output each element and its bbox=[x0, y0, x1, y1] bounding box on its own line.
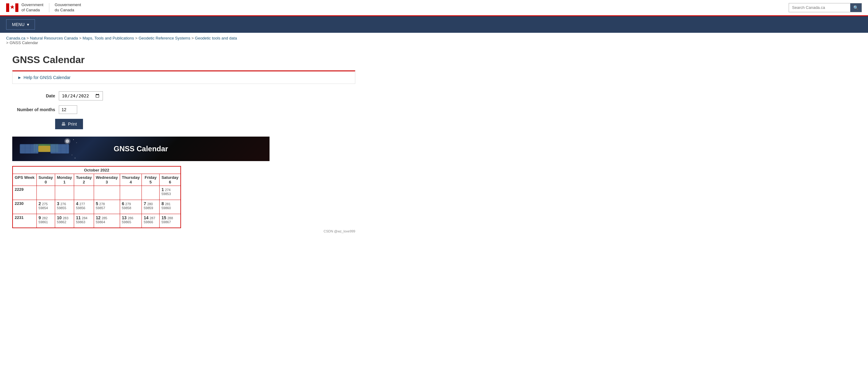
menu-button[interactable]: MENU ▾ bbox=[6, 19, 35, 30]
svg-point-22 bbox=[73, 139, 74, 140]
calendar-header-row: GPS Week Sunday 0 Monday 1 Tuesday 2 Wed… bbox=[12, 174, 181, 186]
calendar-table: October 2022 GPS Week Sunday 0 Monday 1 … bbox=[12, 166, 181, 229]
gps-week-2231: 2231 bbox=[12, 214, 36, 228]
header-wednesday: Wednesday 3 bbox=[94, 174, 120, 186]
help-section: ► Help for GNSS Calendar bbox=[12, 70, 355, 84]
header-tuesday: Tuesday 2 bbox=[74, 174, 94, 186]
svg-rect-0 bbox=[6, 3, 9, 12]
day-cell-oct11: 11 284 59863 bbox=[74, 214, 94, 228]
table-row: 2230 2 275 59854 3 276 59855 4 277 59856 bbox=[12, 200, 181, 214]
header-gps-week: GPS Week bbox=[12, 174, 36, 186]
government-name: Government of Canada bbox=[22, 2, 43, 13]
day-cell-empty bbox=[55, 186, 74, 200]
header-sunday: Sunday 0 bbox=[36, 174, 55, 186]
date-row: Date bbox=[12, 91, 355, 100]
gnss-banner: GNSS Calendar bbox=[12, 137, 270, 161]
day-cell-oct1: 1 274 59853 bbox=[160, 186, 181, 200]
site-header: Government of Canada Gouvernement du Can… bbox=[0, 0, 868, 16]
svg-point-27 bbox=[64, 138, 70, 144]
day-cell-oct7: 7 280 59859 bbox=[142, 200, 160, 214]
search-button[interactable]: 🔍 bbox=[850, 3, 862, 12]
day-cell-oct15: 15 288 59867 bbox=[160, 214, 181, 228]
logo-area: Government of Canada Gouvernement du Can… bbox=[6, 2, 81, 13]
chevron-down-icon: ▾ bbox=[27, 22, 29, 27]
svg-rect-12 bbox=[38, 146, 51, 152]
header-friday: Friday 5 bbox=[142, 174, 160, 186]
header-thursday: Thursday 4 bbox=[120, 174, 142, 186]
svg-point-23 bbox=[76, 142, 77, 143]
day-cell-oct2: 2 275 59854 bbox=[36, 200, 55, 214]
breadcrumb-link-geodetic[interactable]: Geodetic Reference Systems bbox=[138, 36, 190, 40]
calendar-container: October 2022 GPS Week Sunday 0 Monday 1 … bbox=[12, 166, 355, 229]
day-cell-oct4: 4 277 59856 bbox=[74, 200, 94, 214]
table-row: 2231 9 282 59861 10 283 59862 11 284 598… bbox=[12, 214, 181, 228]
nav-bar: MENU ▾ bbox=[0, 16, 868, 33]
day-cell-oct3: 3 276 59855 bbox=[55, 200, 74, 214]
breadcrumb-link-tools[interactable]: Geodetic tools and data bbox=[195, 36, 237, 40]
day-cell-oct8: 8 281 59860 bbox=[160, 200, 181, 214]
main-content: GNSS Calendar ► Help for GNSS Calendar D… bbox=[0, 48, 368, 240]
day-cell-empty bbox=[94, 186, 120, 200]
page-title: GNSS Calendar bbox=[12, 54, 355, 65]
day-cell-oct5: 5 278 59857 bbox=[94, 200, 120, 214]
header-saturday: Saturday 6 bbox=[160, 174, 181, 186]
gps-week-2229: 2229 bbox=[12, 186, 36, 200]
day-cell-empty bbox=[142, 186, 160, 200]
help-toggle[interactable]: ► Help for GNSS Calendar bbox=[18, 75, 350, 80]
table-row: 2229 1 274 59853 bbox=[12, 186, 181, 200]
date-input[interactable] bbox=[59, 91, 103, 100]
breadcrumb-link-canada[interactable]: Canada.ca bbox=[6, 36, 25, 40]
day-cell-oct13: 13 286 59865 bbox=[120, 214, 142, 228]
svg-rect-1 bbox=[15, 3, 19, 12]
breadcrumb-current-label: GNSS Calendar bbox=[9, 40, 38, 45]
date-label: Date bbox=[12, 93, 55, 98]
months-row: Number of months bbox=[12, 105, 355, 114]
calendar-title-row: October 2022 bbox=[12, 166, 181, 174]
breadcrumb-link-nrc[interactable]: Natural Resources Canada bbox=[30, 36, 78, 40]
canada-flag bbox=[6, 3, 19, 12]
footer-note: CSDN @wz_love999 bbox=[12, 230, 355, 233]
months-input[interactable] bbox=[59, 105, 77, 114]
breadcrumb: Canada.ca > Natural Resources Canada > M… bbox=[0, 33, 868, 48]
breadcrumb-current: > bbox=[6, 40, 9, 45]
svg-point-25 bbox=[75, 158, 75, 158]
day-cell-empty bbox=[74, 186, 94, 200]
months-label: Number of months bbox=[12, 107, 55, 112]
day-cell-empty bbox=[120, 186, 142, 200]
gps-week-2230: 2230 bbox=[12, 200, 36, 214]
calendar-title: October 2022 bbox=[12, 166, 181, 174]
government-name-fr: Gouvernement du Canada bbox=[55, 2, 81, 13]
banner-title: GNSS Calendar bbox=[114, 145, 168, 153]
day-cell-oct6: 6 279 59858 bbox=[120, 200, 142, 214]
print-button[interactable]: 🖶 Print bbox=[55, 119, 83, 129]
day-cell-oct14: 14 287 59866 bbox=[142, 214, 160, 228]
search-area: 🔍 bbox=[789, 3, 862, 12]
breadcrumb-link-maps[interactable]: Maps, Tools and Publications bbox=[83, 36, 134, 40]
day-cell-oct10: 10 283 59862 bbox=[55, 214, 74, 228]
search-input[interactable] bbox=[789, 4, 850, 11]
svg-point-24 bbox=[72, 155, 72, 155]
printer-icon: 🖶 bbox=[61, 122, 66, 126]
day-cell-oct9: 9 282 59861 bbox=[36, 214, 55, 228]
day-cell-empty bbox=[36, 186, 55, 200]
triangle-icon: ► bbox=[18, 75, 22, 80]
day-cell-oct12: 12 285 59864 bbox=[94, 214, 120, 228]
header-monday: Monday 1 bbox=[55, 174, 74, 186]
